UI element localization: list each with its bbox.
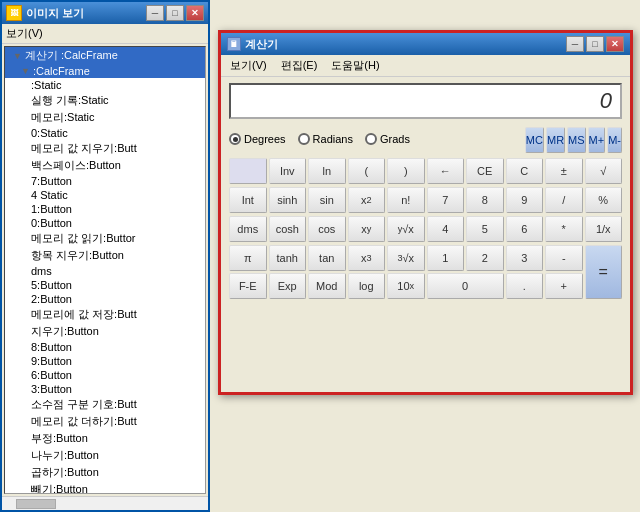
calc-menu-view[interactable]: 보기(V): [227, 57, 270, 74]
btn-openparen[interactable]: (: [348, 158, 386, 184]
tree-item-decimal[interactable]: 소수점 구분 기호:Butt: [5, 396, 205, 413]
btn-tan[interactable]: tan: [308, 245, 346, 271]
btn-2[interactable]: 2: [466, 245, 504, 271]
tree-item-0btn[interactable]: 0:Button: [5, 216, 205, 230]
tree-item-0static[interactable]: 0:Static: [5, 126, 205, 140]
main-menu-view[interactable]: 보기(V): [6, 27, 43, 39]
main-minimize-btn[interactable]: ─: [146, 5, 164, 21]
btn-10x[interactable]: 10x: [387, 273, 425, 299]
tree-item-memadd[interactable]: 메모리 값 더하기:Butt: [5, 413, 205, 430]
btn-fe[interactable]: F-E: [229, 273, 267, 299]
btn-9[interactable]: 9: [506, 187, 544, 213]
btn-exp[interactable]: Exp: [269, 273, 307, 299]
tree-item-memsave[interactable]: 메모리에 값 저장:Butt: [5, 306, 205, 323]
btn-int[interactable]: Int: [229, 187, 267, 213]
btn-yroots[interactable]: y√x: [387, 216, 425, 242]
tree-root[interactable]: ▼ 계산기 :CalcFrame: [5, 47, 205, 64]
calc-minimize-btn[interactable]: ─: [566, 36, 584, 52]
btn-8[interactable]: 8: [466, 187, 504, 213]
horizontal-scrollbar[interactable]: [2, 496, 208, 510]
btn-0[interactable]: 0: [427, 273, 504, 299]
tree-item-history[interactable]: 실행 기록:Static: [5, 92, 205, 109]
btn-4[interactable]: 4: [427, 216, 465, 242]
btn-percent[interactable]: %: [585, 187, 623, 213]
btn-mod[interactable]: Mod: [308, 273, 346, 299]
btn-sinh[interactable]: sinh: [269, 187, 307, 213]
tree-item-6[interactable]: 6:Button: [5, 368, 205, 382]
btn-dms[interactable]: dms: [229, 216, 267, 242]
calc-menu-help[interactable]: 도움말(H): [328, 57, 382, 74]
btn-equals[interactable]: =: [585, 245, 623, 299]
tree-item-memory-static[interactable]: 메모리:Static: [5, 109, 205, 126]
btn-3[interactable]: 3: [506, 245, 544, 271]
btn-mr[interactable]: MR: [546, 127, 565, 153]
btn-divide[interactable]: /: [545, 187, 583, 213]
tree-item-memread[interactable]: 메모리 값 읽기:Buttor: [5, 230, 205, 247]
btn-dot[interactable]: .: [506, 273, 544, 299]
tree-item-calcframe[interactable]: ▼ :CalcFrame: [5, 64, 205, 78]
btn-xsq[interactable]: x2: [348, 187, 386, 213]
btn-7[interactable]: 7: [427, 187, 465, 213]
btn-sin[interactable]: sin: [308, 187, 346, 213]
tree-item-label: 1:Button: [31, 203, 72, 215]
tree-view[interactable]: ▼ 계산기 :CalcFrame ▼ :CalcFrame :Static 실행…: [4, 46, 206, 494]
btn-sqrt[interactable]: √: [585, 158, 623, 184]
tree-item-memclear[interactable]: 메모리 값 지우기:Butt: [5, 140, 205, 157]
btn-mc[interactable]: MC: [525, 127, 544, 153]
btn-6[interactable]: 6: [506, 216, 544, 242]
btn-cosh[interactable]: cosh: [269, 216, 307, 242]
btn-inv[interactable]: Inv: [269, 158, 307, 184]
main-restore-btn[interactable]: □: [166, 5, 184, 21]
tree-item-static[interactable]: :Static: [5, 78, 205, 92]
btn-xcube[interactable]: x3: [348, 245, 386, 271]
btn-minus[interactable]: -: [545, 245, 583, 271]
btn-closeparen[interactable]: ): [387, 158, 425, 184]
radio-degrees[interactable]: Degrees: [229, 133, 286, 145]
tree-item-7[interactable]: 7:Button: [5, 174, 205, 188]
calc-restore-btn[interactable]: □: [586, 36, 604, 52]
tree-item-clear-item[interactable]: 항목 지우기:Button: [5, 247, 205, 264]
tree-item-subtract[interactable]: 빼기:Button: [5, 481, 205, 494]
btn-factorial[interactable]: n!: [387, 187, 425, 213]
calc-menu-edit[interactable]: 편집(E): [278, 57, 321, 74]
tree-item-multiply[interactable]: 곱하기:Button: [5, 464, 205, 481]
btn-log[interactable]: log: [348, 273, 386, 299]
tree-item-1[interactable]: 1:Button: [5, 202, 205, 216]
btn-1[interactable]: 1: [427, 245, 465, 271]
btn-mminus[interactable]: M-: [607, 127, 622, 153]
radio-radians[interactable]: Radians: [298, 133, 353, 145]
tree-item-3[interactable]: 3:Button: [5, 382, 205, 396]
btn-mplus[interactable]: M+: [588, 127, 606, 153]
btn-cos[interactable]: cos: [308, 216, 346, 242]
tree-item-clear[interactable]: 지우기:Button: [5, 323, 205, 340]
radio-grads[interactable]: Grads: [365, 133, 410, 145]
btn-pi[interactable]: π: [229, 245, 267, 271]
tree-item-negate[interactable]: 부정:Button: [5, 430, 205, 447]
calc-close-btn[interactable]: ✕: [606, 36, 624, 52]
tree-item-label: :Static: [31, 79, 62, 91]
btn-plus[interactable]: +: [545, 273, 583, 299]
tree-item-dms[interactable]: dms: [5, 264, 205, 278]
btn-5[interactable]: 5: [466, 216, 504, 242]
scrollbar-thumb[interactable]: [16, 499, 56, 509]
btn-c[interactable]: C: [506, 158, 544, 184]
main-close-btn[interactable]: ✕: [186, 5, 204, 21]
tree-item-divide[interactable]: 나누기:Button: [5, 447, 205, 464]
tree-item-2[interactable]: 2:Button: [5, 292, 205, 306]
btn-ln[interactable]: ln: [308, 158, 346, 184]
tree-item-9[interactable]: 9:Button: [5, 354, 205, 368]
btn-tanh[interactable]: tanh: [269, 245, 307, 271]
tree-item-backspace[interactable]: 백스페이스:Button: [5, 157, 205, 174]
btn-ms[interactable]: MS: [567, 127, 586, 153]
btn-multiply[interactable]: *: [545, 216, 583, 242]
tree-item-5[interactable]: 5:Button: [5, 278, 205, 292]
btn-plusminus[interactable]: ±: [545, 158, 583, 184]
btn-ce[interactable]: CE: [466, 158, 504, 184]
btn-recip[interactable]: 1/x: [585, 216, 623, 242]
btn-xpowy[interactable]: xy: [348, 216, 386, 242]
btn-cuberoot[interactable]: 3√x: [387, 245, 425, 271]
tree-item-4[interactable]: 4 Static: [5, 188, 205, 202]
tree-item-8[interactable]: 8:Button: [5, 340, 205, 354]
btn-backspace[interactable]: ←: [427, 158, 465, 184]
btn-blank1[interactable]: [229, 158, 267, 184]
